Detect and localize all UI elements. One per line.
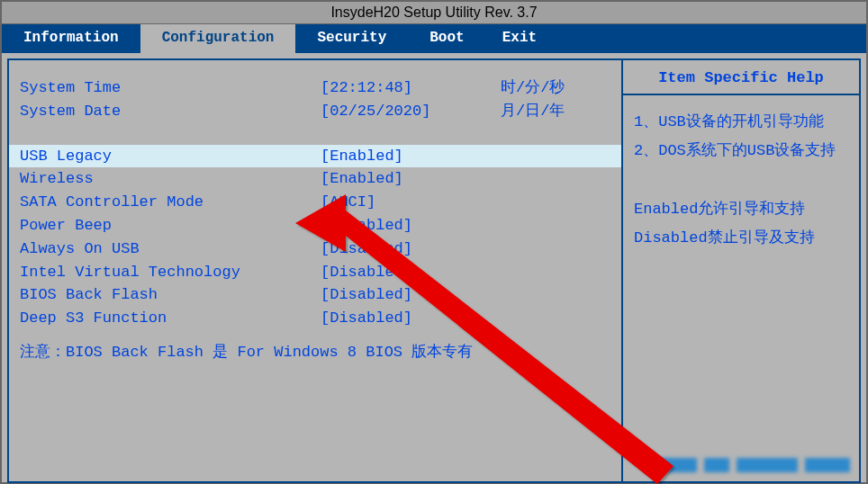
setting-value: [02/25/2020]: [321, 101, 501, 122]
setting-value: [Enabled]: [321, 146, 501, 167]
setting-hint: 时/分/秒: [501, 77, 610, 99]
tab-bar: Information Configuration Security Boot …: [2, 24, 866, 53]
setting-value: [Disabled]: [321, 308, 501, 329]
setting-wireless[interactable]: Wireless [Enabled]: [9, 167, 621, 191]
setting-label: Power Beep: [20, 215, 321, 237]
help-header: Item Specific Help: [623, 60, 859, 95]
setting-label: SATA Controller Mode: [20, 192, 321, 213]
setting-label: Wireless: [20, 168, 321, 190]
setting-label: BIOS Back Flash: [20, 284, 321, 306]
setting-label: USB Legacy: [20, 146, 321, 167]
setting-label: Intel Virtual Technology: [20, 262, 321, 283]
main-panel: System Time [22:12:48] 时/分/秒 System Date…: [7, 58, 623, 483]
setting-label: System Date: [20, 101, 321, 122]
setting-system-time[interactable]: System Time [22:12:48] 时/分/秒: [9, 76, 621, 100]
window-title: InsydeH20 Setup Utility Rev. 3.7: [330, 4, 537, 20]
setting-label: Always On USB: [20, 238, 321, 260]
help-item-2: 2、DOS系统下的USB设备支持: [634, 137, 848, 166]
setting-value: [AHCI]: [321, 192, 501, 213]
help-disabled: Disabled禁止引导及支持: [634, 224, 848, 253]
setting-system-date[interactable]: System Date [02/25/2020] 月/日/年: [9, 100, 621, 123]
setting-always-on-usb[interactable]: Always On USB [Disabled]: [9, 238, 621, 261]
setting-deep-s3[interactable]: Deep S3 Function [Disabled]: [9, 307, 621, 330]
bios-window: InsydeH20 Setup Utility Rev. 3.7 Informa…: [0, 0, 868, 484]
tab-information[interactable]: Information: [2, 24, 140, 53]
setting-value: [Enabled]: [321, 168, 501, 190]
help-body: 1、USB设备的开机引导功能 2、DOS系统下的USB设备支持 Enabled允…: [623, 95, 859, 265]
title-bar: InsydeH20 Setup Utility Rev. 3.7: [2, 2, 866, 24]
setting-label: Deep S3 Function: [20, 308, 321, 329]
tab-boot[interactable]: Boot: [408, 24, 485, 53]
tab-exit[interactable]: Exit: [486, 24, 553, 53]
note-text: 注意：BIOS Back Flash 是 For Windows 8 BIOS …: [9, 330, 621, 365]
setting-hint: 月/日/年: [501, 101, 610, 122]
setting-value: [Disabled]: [321, 215, 501, 237]
setting-value: [Disabled]: [321, 284, 501, 306]
setting-value: [Disabled]: [321, 238, 501, 260]
help-enabled: Enabled允许引导和支持: [634, 195, 848, 224]
content-area: System Time [22:12:48] 时/分/秒 System Date…: [7, 58, 861, 483]
help-panel: Item Specific Help 1、USB设备的开机引导功能 2、DOS系…: [623, 58, 861, 483]
blurred-region: [623, 265, 859, 481]
tab-security[interactable]: Security: [295, 24, 408, 53]
help-item-1: 1、USB设备的开机引导功能: [634, 108, 848, 137]
setting-value: [22:12:48]: [321, 77, 501, 99]
setting-sata-mode[interactable]: SATA Controller Mode [AHCI]: [9, 191, 621, 214]
setting-intel-vt[interactable]: Intel Virtual Technology [Disabled]: [9, 261, 621, 284]
setting-bios-back-flash[interactable]: BIOS Back Flash [Disabled]: [9, 283, 621, 307]
setting-usb-legacy[interactable]: USB Legacy [Enabled]: [9, 145, 621, 168]
setting-label: System Time: [20, 77, 321, 99]
tab-configuration[interactable]: Configuration: [140, 24, 296, 53]
setting-power-beep[interactable]: Power Beep [Disabled]: [9, 214, 621, 238]
setting-value: [Disabled]: [321, 262, 501, 283]
